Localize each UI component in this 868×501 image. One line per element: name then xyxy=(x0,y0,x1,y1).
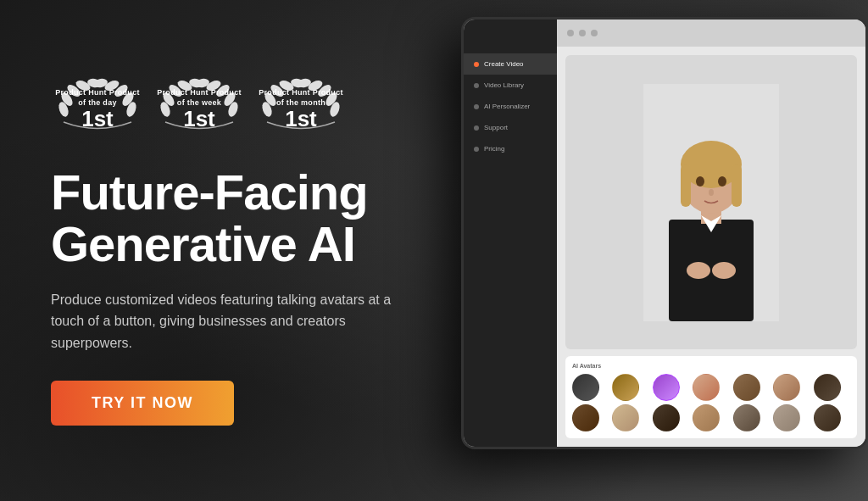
headline-line2: Generative AI xyxy=(51,216,355,271)
badge-day: Product Hunt Product of the day 1st xyxy=(51,75,144,143)
hero-section: Product Hunt Product of the day 1st xyxy=(0,0,868,501)
left-content-panel: Product Hunt Product of the day 1st xyxy=(0,42,492,460)
avatar-section-label: AI Avatars xyxy=(572,363,850,369)
laptop-bezel: Create Video Video Library AI Personaliz… xyxy=(461,17,868,449)
badge-day-text: Product Hunt Product of the day 1st xyxy=(55,88,140,130)
avatar-thumb-6[interactable] xyxy=(773,374,800,401)
svg-rect-36 xyxy=(681,164,691,207)
avatar-display-area xyxy=(565,55,857,349)
hero-subheadline: Produce customized videos featuring talk… xyxy=(51,289,424,354)
badge-day-rank: 1st xyxy=(55,108,140,130)
badge-week-title: Product Hunt Product of the week xyxy=(157,88,242,108)
avatar-thumb-9[interactable] xyxy=(612,404,639,431)
screen-inner: Create Video Video Library AI Personaliz… xyxy=(464,19,865,447)
avatar-thumb-13[interactable] xyxy=(773,404,800,431)
laurel-wreath-day: Product Hunt Product of the day 1st xyxy=(55,75,140,143)
svg-point-42 xyxy=(712,262,736,279)
avatar-thumb-5[interactable] xyxy=(733,374,760,401)
avatar-grid[interactable] xyxy=(572,374,850,431)
avatar-thumb-4[interactable] xyxy=(693,374,720,401)
svg-point-40 xyxy=(709,189,714,196)
avatar-thumb-14[interactable] xyxy=(814,404,841,431)
badge-month-rank: 1st xyxy=(259,108,343,130)
badge-week-rank: 1st xyxy=(157,108,242,130)
svg-point-39 xyxy=(718,176,726,186)
laurel-wreath-month: Product Hunt Product of the month 1st xyxy=(259,75,343,143)
badge-month: Product Hunt Product of the month 1st xyxy=(254,75,348,143)
badge-week-text: Product Hunt Product of the week 1st xyxy=(157,88,242,130)
svg-rect-37 xyxy=(732,164,742,207)
app-top-bar xyxy=(557,19,865,47)
badge-month-title: Product Hunt Product of the month xyxy=(259,88,343,108)
app-main-content: AI Avatars xyxy=(557,19,865,447)
hero-headline: Future-Facing Generative AI xyxy=(51,167,441,270)
svg-rect-31 xyxy=(669,220,754,321)
badge-week: Product Hunt Product of the week 1st xyxy=(153,75,246,143)
avatar-thumb-1[interactable] xyxy=(572,374,599,401)
laurel-wreath-week: Product Hunt Product of the week 1st xyxy=(157,75,242,143)
avatar-thumb-10[interactable] xyxy=(653,404,680,431)
cta-button[interactable]: TRY IT NOW xyxy=(51,381,234,426)
top-bar-dot-2 xyxy=(579,30,586,36)
app-content-area: AI Avatars xyxy=(557,47,865,447)
app-mockup: Create Video Video Library AI Personaliz… xyxy=(444,17,868,492)
avatar-thumb-12[interactable] xyxy=(733,404,760,431)
ai-avatar-svg xyxy=(643,84,779,321)
avatar-selection-panel: AI Avatars xyxy=(565,356,857,438)
avatar-thumb-3[interactable] xyxy=(653,374,680,401)
svg-point-38 xyxy=(696,176,704,186)
avatar-thumb-8[interactable] xyxy=(572,404,599,431)
top-bar-dot-3 xyxy=(591,30,598,36)
badge-month-text: Product Hunt Product of the month 1st xyxy=(259,88,343,130)
avatar-thumb-7[interactable] xyxy=(814,374,841,401)
badge-day-title: Product Hunt Product of the day xyxy=(55,88,140,108)
laptop-screen: Create Video Video Library AI Personaliz… xyxy=(444,17,868,475)
headline-line1: Future-Facing xyxy=(51,164,368,220)
top-bar-dot-1 xyxy=(567,30,574,36)
product-hunt-badges: Product Hunt Product of the day 1st xyxy=(51,75,441,143)
avatar-thumb-2[interactable] xyxy=(612,374,639,401)
avatar-thumb-11[interactable] xyxy=(693,404,720,431)
svg-point-41 xyxy=(687,262,710,279)
